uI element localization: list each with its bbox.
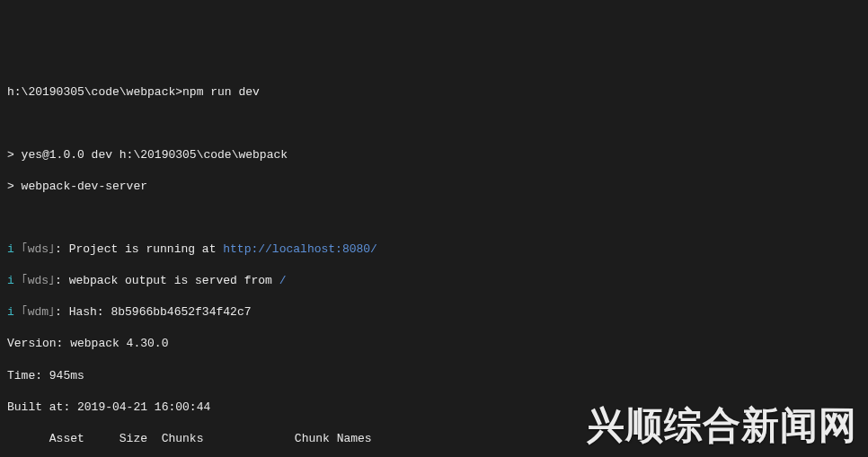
prompt-line: h:\20190305\code\webpack>npm run dev — [7, 84, 861, 101]
time-line: Time: 945ms — [7, 368, 861, 384]
url-link[interactable]: http://localhost:8080/ — [223, 242, 377, 256]
asset-header: Asset Size Chunks Chunk Names — [7, 431, 861, 447]
script-line: > yes@1.0.0 dev h:\20190305\code\webpack — [7, 147, 861, 163]
wds-info-line: i ｢wds｣: Project is running at http://lo… — [7, 242, 861, 258]
terminal-output: h:\20190305\code\webpack>npm run dev > y… — [7, 68, 861, 457]
command-text[interactable]: npm run dev — [182, 85, 260, 99]
wds-info-line: i ｢wds｣: webpack output is served from / — [7, 273, 861, 289]
built-at-line: Built at: 2019-04-21 16:00:44 — [7, 400, 861, 416]
prompt-path: h:\20190305\code\webpack> — [7, 85, 182, 99]
version-line: Version: webpack 4.30.0 — [7, 336, 861, 352]
script-line: > webpack-dev-server — [7, 179, 861, 195]
wdm-info-line: i ｢wdm｣: Hash: 8b5966bb4652f34f42c7 — [7, 304, 861, 321]
